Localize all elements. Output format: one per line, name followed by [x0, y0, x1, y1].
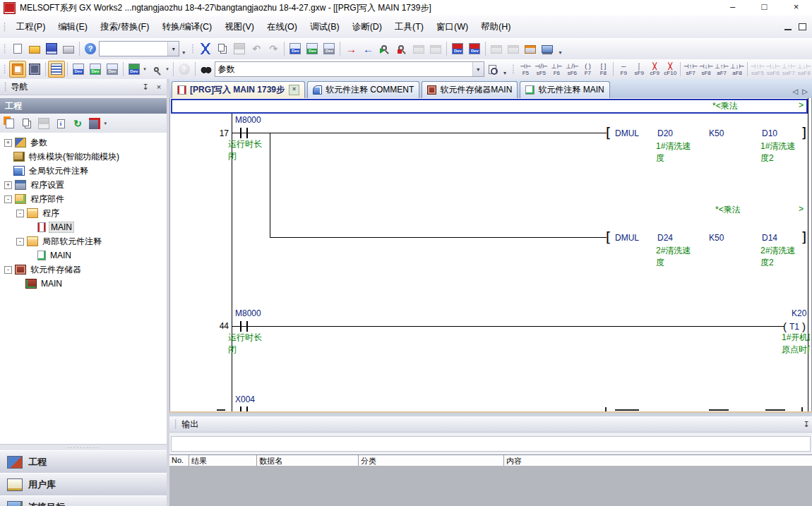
- menu-debug[interactable]: 调试(B): [304, 18, 346, 36]
- device-pair-button[interactable]: Dev: [104, 61, 121, 78]
- comment-display-toggle-button[interactable]: [48, 61, 65, 78]
- tree-expand-toggle[interactable]: -: [4, 195, 12, 203]
- horizontal-line-button[interactable]: ─F9: [616, 61, 631, 78]
- copy-button[interactable]: [214, 40, 231, 57]
- toolbar-overflow-button[interactable]: ▾: [501, 61, 508, 78]
- data-property-button[interactable]: i: [52, 115, 69, 132]
- bottom-nav-connect[interactable]: 连接目标: [0, 495, 167, 506]
- menu-help[interactable]: 帮助(H): [474, 18, 517, 36]
- rising-pulse-branch-button[interactable]: ⊥↑⊢aF7: [714, 61, 729, 78]
- contact-symbol[interactable]: [240, 406, 241, 411]
- monitor-stop-button[interactable]: [393, 40, 410, 57]
- contact-symbol[interactable]: [246, 321, 248, 332]
- statement-jump-button[interactable]: [522, 40, 539, 57]
- falling-pulse-branch-button[interactable]: ⊥↓⊢aF8: [729, 61, 745, 78]
- menu-view[interactable]: 视图(V): [218, 18, 261, 36]
- paste-data-button[interactable]: [35, 115, 52, 132]
- refresh-button[interactable]: ↻: [69, 115, 86, 132]
- closed-contact-button[interactable]: ⊣/⊢sF5: [533, 61, 549, 78]
- new-data-button[interactable]: [1, 115, 18, 132]
- tree-item-program-main[interactable]: MAIN: [0, 220, 167, 234]
- coil-symbol[interactable]: ): [802, 321, 806, 332]
- screen-lock-button[interactable]: [539, 40, 556, 57]
- watch-button[interactable]: Dev: [126, 61, 143, 78]
- context-help-button[interactable]: ?: [176, 61, 193, 78]
- paste-button[interactable]: [231, 40, 248, 57]
- note-list-button[interactable]: [505, 40, 522, 57]
- cross-reference-button[interactable]: [198, 61, 215, 78]
- maximize-button[interactable]: □: [748, 0, 780, 16]
- coil-button[interactable]: ( )F7: [580, 61, 595, 78]
- tree-expand-toggle[interactable]: +: [4, 181, 12, 189]
- monitor-pause-button[interactable]: [410, 40, 427, 57]
- cut-button[interactable]: [197, 40, 214, 57]
- instruction-name[interactable]: DMUL: [615, 128, 639, 138]
- menu-window[interactable]: 窗口(W): [430, 18, 474, 36]
- bottom-nav-userlib[interactable]: 用户库: [0, 473, 167, 497]
- monitor-resume-button[interactable]: [427, 40, 444, 57]
- tree-item-program-setting[interactable]: + 程序设置: [0, 178, 167, 192]
- help-button[interactable]: ?: [82, 40, 99, 57]
- pin-icon[interactable]: ↧: [140, 83, 151, 92]
- toolbar-overflow-button[interactable]: ▾: [179, 40, 188, 57]
- tree-expand-toggle[interactable]: -: [4, 266, 12, 274]
- tab-device-comment-main[interactable]: 软元件注释 MAIN: [520, 81, 609, 98]
- minimize-button[interactable]: –: [717, 0, 748, 16]
- tab-prg-main[interactable]: [PRG]写入 MAIN 1739步 ×: [172, 81, 305, 98]
- menu-project[interactable]: 工程(P): [10, 18, 52, 36]
- tab-device-memory-main[interactable]: 软元件存储器MAIN: [422, 81, 518, 98]
- contact-symbol[interactable]: [240, 321, 241, 332]
- tree-item-local-comment[interactable]: - 局部软元件注释: [0, 234, 167, 248]
- instruction-operand[interactable]: D20: [657, 128, 673, 138]
- contact-symbol[interactable]: [240, 128, 241, 138]
- tab-scroll-right-icon[interactable]: ▷: [802, 88, 808, 95]
- tree-expand-toggle[interactable]: +: [4, 139, 12, 147]
- chevron-down-icon[interactable]: ▾: [167, 42, 179, 56]
- open-label-button[interactable]: [484, 61, 501, 78]
- menu-find-replace[interactable]: 搜索/替换(F): [94, 18, 155, 36]
- open-contact-button[interactable]: ⊣⊢F5: [518, 61, 533, 78]
- tree-expand-toggle[interactable]: [16, 281, 23, 287]
- menu-tools[interactable]: 工具(T): [388, 18, 430, 36]
- device-find-button[interactable]: Dev: [287, 40, 304, 57]
- falling-pulse-not-button[interactable]: ⊣↓⊢saF6: [765, 61, 781, 78]
- new-button[interactable]: [9, 40, 26, 57]
- copy-data-button[interactable]: [18, 115, 35, 132]
- help-search-combo[interactable]: ▾: [99, 41, 179, 56]
- falling-pulse-not-branch-button[interactable]: ⊥↓⊢saF8: [796, 61, 812, 78]
- module-config-button[interactable]: [26, 61, 43, 78]
- undo-button[interactable]: ↶: [248, 40, 265, 57]
- tree-expand-toggle[interactable]: [4, 168, 11, 174]
- print-button[interactable]: [60, 40, 77, 57]
- tree-expand-toggle[interactable]: [28, 253, 35, 259]
- menu-compile[interactable]: 转换/编译(C): [155, 18, 218, 36]
- rising-pulse-button[interactable]: ⊣↑⊢sF7: [683, 61, 698, 78]
- menu-edit[interactable]: 编辑(E): [52, 18, 94, 36]
- tree-item-special-module[interactable]: 特殊模块(智能功能模块): [0, 150, 167, 164]
- device-comment-button[interactable]: Dev: [70, 61, 87, 78]
- pin-icon[interactable]: ↧: [801, 420, 812, 429]
- tab-scroll-left-icon[interactable]: ◁: [793, 88, 799, 95]
- tree-item-device-memory-main[interactable]: MAIN: [0, 277, 167, 291]
- device-table-button[interactable]: Dev: [87, 61, 104, 78]
- contact-device[interactable]: X004: [235, 394, 255, 404]
- navigation-toggle-button[interactable]: [9, 61, 26, 78]
- coil-device[interactable]: T1: [789, 322, 799, 332]
- contact-device[interactable]: M8000: [235, 308, 261, 318]
- tree-expand-toggle[interactable]: -: [16, 210, 24, 217]
- open-button[interactable]: [26, 40, 43, 57]
- coil-symbol[interactable]: (: [783, 321, 787, 332]
- redo-button[interactable]: ↷: [265, 40, 282, 57]
- find-combo[interactable]: 参数 ▾: [215, 61, 484, 77]
- instruction-operand[interactable]: D24: [657, 233, 673, 243]
- mdi-minimize-button[interactable]: [784, 29, 792, 30]
- rising-pulse-not-button[interactable]: ⊣↑⊢saF5: [750, 61, 765, 78]
- vertical-line-button[interactable]: │sF9: [631, 61, 647, 78]
- contact-symbol[interactable]: [246, 128, 248, 138]
- instruction-operand[interactable]: K50: [709, 128, 724, 138]
- chevron-down-icon[interactable]: ▾: [472, 62, 484, 76]
- falling-pulse-button[interactable]: ⊣↓⊢sF8: [698, 61, 714, 78]
- device-test-2-button[interactable]: Dev: [466, 40, 483, 57]
- tree-expand-toggle[interactable]: -: [16, 238, 24, 246]
- instruction-operand[interactable]: K50: [709, 233, 724, 243]
